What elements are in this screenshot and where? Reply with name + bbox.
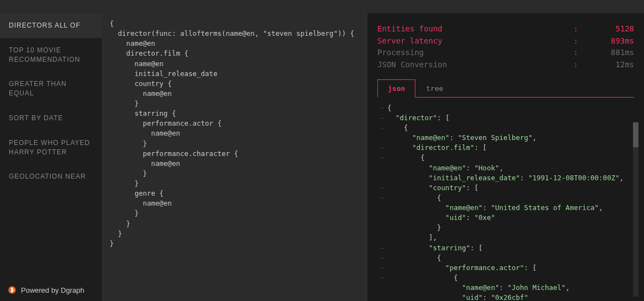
fold-caret-icon [377,293,387,301]
json-content: "initial_release_date": "1991-12-08T00:0… [387,173,624,183]
json-line: - "starring": [ [377,243,634,253]
json-line: - "country": [ [377,183,634,193]
stat-colon: : [573,23,590,35]
json-content: "uid": "0xe" [387,213,495,223]
fold-caret-icon[interactable]: - [377,253,387,263]
json-line: "name@en": "Hook", [377,163,634,173]
json-line: -{ [377,103,634,113]
fold-caret-icon [377,203,387,213]
json-content: "country": [ [387,183,479,193]
stat-row: Processing:881ms [377,47,634,59]
stat-label: Entities found [377,23,573,35]
scrollbar[interactable] [633,122,638,297]
sidebar-footer: Powered by Dgraph [0,279,102,301]
fold-caret-icon[interactable]: - [377,123,387,133]
stat-label: JSON Conversion [377,59,573,71]
json-line: - "director": [ [377,113,634,123]
json-line: } [377,223,634,233]
json-line: - { [377,273,634,283]
stat-value: 881ms [590,47,634,59]
json-line: "uid": "0x26cbf" [377,293,634,301]
fold-caret-icon [377,173,387,183]
json-content: "name@en": "Hook", [387,163,504,173]
json-content: "director": [ [387,113,450,123]
json-content: { [387,193,441,203]
fold-caret-icon[interactable]: - [377,103,387,113]
fold-caret-icon [377,213,387,223]
json-content: "name@en": "John Michael", [387,283,570,293]
sidebar-items: DIRECTORS ALL OFTOP 10 MOVIE RECOMMENDAT… [0,13,102,189]
sidebar: DIRECTORS ALL OFTOP 10 MOVIE RECOMMENDAT… [0,13,102,301]
json-content: { [387,253,441,263]
json-line: "name@en": "Steven Spielberg", [377,133,634,143]
result-tabs: jsontree [377,79,634,98]
json-line: "initial_release_date": "1991-12-08T00:0… [377,173,634,183]
json-content: { [387,123,408,133]
fold-caret-icon[interactable]: - [377,273,387,283]
fold-caret-icon [377,283,387,293]
stats-block: Entities found:5128Server latency:893msP… [377,20,634,79]
stat-value: 5128 [590,23,634,35]
json-line: "uid": "0xe" [377,213,634,223]
fold-caret-icon[interactable]: - [377,263,387,273]
stat-label: Server latency [377,35,573,47]
sidebar-item[interactable]: GEOLOCATION NEAR [0,164,102,189]
scrollbar-thumb[interactable] [633,122,638,147]
sidebar-item[interactable]: GREATER THAN EQUAL [0,72,102,106]
json-content: { [387,273,458,283]
sidebar-item[interactable]: TOP 10 MOVIE RECOMMENDATION [0,38,102,72]
fold-caret-icon[interactable]: - [377,243,387,253]
stat-colon: : [573,59,590,71]
fold-caret-icon[interactable]: - [377,143,387,153]
query-editor[interactable]: { director(func: allofterms(name@en, "st… [102,13,367,301]
fold-caret-icon[interactable]: - [377,153,387,163]
fold-caret-icon [377,163,387,173]
fold-caret-icon[interactable]: - [377,183,387,193]
stat-colon: : [573,35,590,47]
stat-label: Processing [377,47,573,59]
fold-caret-icon[interactable]: - [377,113,387,123]
fold-caret-icon [377,223,387,233]
tab-tree[interactable]: tree [415,79,453,98]
json-content: } [387,223,441,233]
dgraph-logo-icon [8,286,17,294]
json-line: - { [377,153,634,163]
tab-json[interactable]: json [377,79,415,98]
stat-row: Server latency:893ms [377,35,634,47]
json-line: - "director.film": [ [377,143,634,153]
top-bar [0,0,644,13]
fold-caret-icon [377,233,387,243]
stat-value: 893ms [590,35,634,47]
main-layout: DIRECTORS ALL OFTOP 10 MOVIE RECOMMENDAT… [0,13,644,301]
json-content: { [387,153,425,163]
json-line: - "performance.actor": [ [377,263,634,273]
json-line: - { [377,193,634,203]
json-content: "starring": [ [387,243,483,253]
json-content: ], [387,233,437,243]
json-content: "director.film": [ [387,143,487,153]
sidebar-footer-text: Powered by Dgraph [21,286,84,294]
sidebar-item[interactable]: PEOPLE WHO PLAYED HARRY POTTER [0,131,102,165]
json-line: - { [377,253,634,263]
json-content: { [387,103,392,113]
sidebar-item[interactable]: SORT BY DATE [0,106,102,131]
sidebar-item[interactable]: DIRECTORS ALL OF [0,13,102,38]
json-line: - { [377,123,634,133]
json-viewer[interactable]: -{- "director": [- { "name@en": "Steven … [377,98,634,301]
stat-row: Entities found:5128 [377,23,634,35]
fold-caret-icon[interactable]: - [377,193,387,203]
fold-caret-icon [377,133,387,143]
json-line: "name@en": "United States of America", [377,203,634,213]
results-panel: Entities found:5128Server latency:893msP… [367,13,644,301]
stat-value: 12ms [590,59,634,71]
json-line: ], [377,233,634,243]
stat-colon: : [573,47,590,59]
stat-row: JSON Conversion:12ms [377,59,634,71]
json-content: "name@en": "United States of America", [387,203,603,213]
json-line: "name@en": "John Michael", [377,283,634,293]
json-content: "uid": "0x26cbf" [387,293,528,301]
json-content: "name@en": "Steven Spielberg", [387,133,537,143]
json-content: "performance.actor": [ [387,263,537,273]
